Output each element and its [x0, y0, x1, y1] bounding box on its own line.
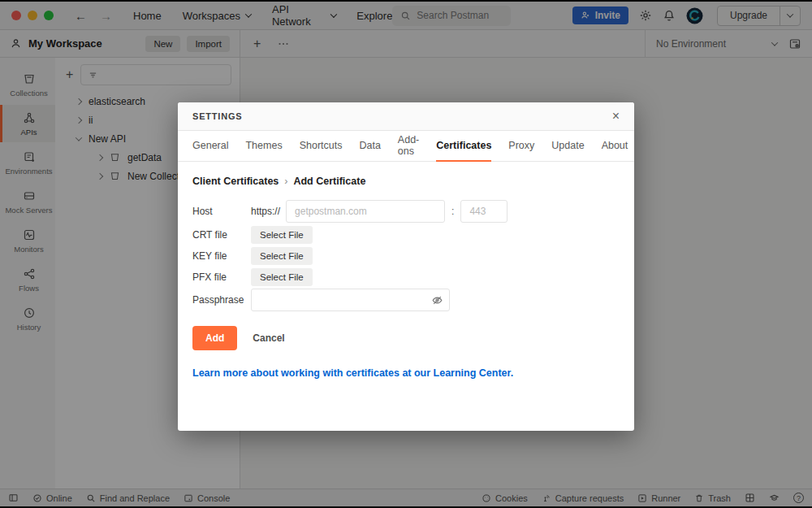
port-separator: :	[451, 206, 454, 217]
tab-certificates[interactable]: Certificates	[436, 131, 491, 162]
tab-themes[interactable]: Themes	[245, 131, 282, 162]
key-label: KEY file	[192, 250, 251, 262]
learn-more-link[interactable]: Learn more about working with certificat…	[192, 367, 513, 379]
settings-tabs: General Themes Shortcuts Data Add-ons Ce…	[178, 131, 634, 162]
tab-data[interactable]: Data	[359, 131, 380, 162]
tab-add-ons[interactable]: Add-ons	[398, 131, 419, 162]
key-select-file-button[interactable]: Select File	[251, 247, 313, 265]
modal-header: SETTINGS ×	[178, 102, 634, 131]
breadcrumb-parent[interactable]: Client Certificates	[192, 176, 279, 187]
pfx-label: PFX file	[192, 271, 251, 283]
breadcrumb-separator: ›	[284, 176, 287, 187]
form-actions: Add Cancel	[192, 326, 620, 350]
breadcrumb-current: Add Certificate	[293, 176, 365, 187]
close-icon[interactable]: ×	[612, 110, 620, 123]
breadcrumb: Client Certificates › Add Certificate	[192, 176, 620, 187]
host-row: Host https:// :	[192, 199, 620, 224]
pfx-select-file-button[interactable]: Select File	[251, 268, 313, 286]
add-button[interactable]: Add	[192, 326, 237, 350]
settings-modal: SETTINGS × General Themes Shortcuts Data…	[178, 102, 634, 431]
certificates-panel: Client Certificates › Add Certificate Ho…	[178, 162, 634, 431]
passphrase-label: Passphrase	[192, 294, 251, 306]
crt-select-file-button[interactable]: Select File	[251, 226, 313, 244]
host-input[interactable]	[286, 200, 445, 223]
port-input[interactable]	[460, 200, 508, 223]
eye-off-icon[interactable]	[431, 294, 443, 306]
crt-row: CRT file Select File	[192, 224, 620, 245]
tab-proxy[interactable]: Proxy	[508, 131, 534, 162]
pfx-row: PFX file Select File	[192, 267, 620, 287]
tab-update[interactable]: Update	[551, 131, 584, 162]
tab-general[interactable]: General	[192, 131, 228, 162]
tab-about[interactable]: About	[602, 131, 628, 162]
passphrase-input[interactable]	[251, 289, 450, 311]
tab-shortcuts[interactable]: Shortcuts	[300, 131, 343, 162]
modal-title: SETTINGS	[192, 111, 242, 121]
passphrase-row: Passphrase	[192, 288, 620, 312]
crt-label: CRT file	[192, 229, 251, 241]
host-label: Host	[192, 206, 251, 217]
host-prefix: https://	[251, 206, 280, 217]
key-row: KEY file Select File	[192, 245, 620, 266]
cancel-button[interactable]: Cancel	[253, 332, 284, 344]
postman-app: ← → Home Workspaces API Network Explore …	[0, 0, 812, 508]
